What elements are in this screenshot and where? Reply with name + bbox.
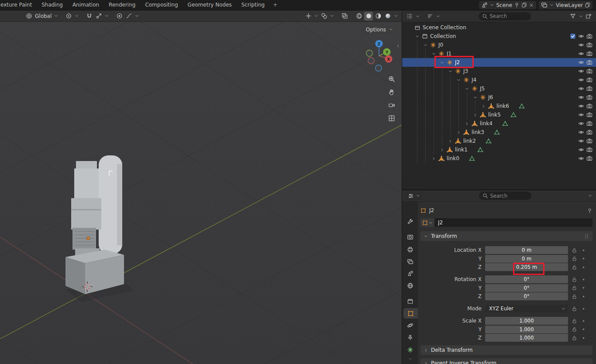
properties-tab-physics[interactable] (402, 320, 418, 331)
mesh-data-icon[interactable] (502, 120, 508, 127)
outliner-row-j5[interactable]: J5 (402, 84, 596, 93)
mesh-data-icon[interactable] (510, 112, 517, 118)
chevron-down-icon[interactable] (329, 12, 334, 21)
empty-icon[interactable] (462, 77, 470, 83)
outliner-editor-type-icon[interactable] (405, 12, 414, 21)
disable-render-camera-icon[interactable] (586, 147, 593, 153)
disable-render-camera-icon[interactable] (586, 42, 593, 48)
delta-transform-panel-header[interactable]: Delta Transform (420, 345, 593, 355)
lock-icon[interactable] (572, 306, 577, 312)
lock-icon[interactable] (572, 277, 577, 282)
properties-tab-collection[interactable] (402, 296, 418, 306)
pan-hand-button[interactable] (386, 86, 397, 98)
chevron-right-icon[interactable] (480, 104, 487, 109)
chevron-down-icon[interactable] (435, 12, 441, 21)
mesh-data-icon[interactable] (486, 138, 492, 144)
scale-y-field[interactable]: 1.000 (485, 326, 568, 333)
animate-dot[interactable] (581, 327, 586, 332)
lock-icon[interactable] (572, 326, 577, 332)
chevron-down-icon[interactable] (74, 12, 79, 21)
hide-viewport-eye-icon[interactable] (578, 59, 584, 65)
hide-viewport-eye-icon[interactable] (578, 68, 584, 74)
mesh-icon[interactable] (471, 120, 479, 127)
gizmo-axis-z[interactable]: Z (375, 40, 382, 47)
properties-options-chevron-icon[interactable] (587, 192, 593, 200)
lock-icon[interactable] (572, 247, 577, 253)
mesh-data-icon[interactable] (469, 155, 475, 161)
outliner-row-scene-collection[interactable]: Scene Collection (402, 23, 596, 32)
mesh-data-icon[interactable] (494, 129, 500, 135)
properties-tab-view-layer[interactable] (402, 256, 418, 267)
chevron-down-icon[interactable] (430, 52, 438, 56)
mesh-icon[interactable] (454, 138, 462, 144)
chevron-down-icon[interactable] (447, 69, 454, 74)
properties-search-input[interactable] (490, 193, 527, 199)
parent-inverse-transform-panel-header[interactable]: Parent Inverse Transform (420, 358, 593, 364)
outliner-row-j6[interactable]: J6 (402, 93, 596, 102)
show-gizmo-icon[interactable] (304, 12, 313, 21)
disable-render-camera-icon[interactable] (586, 138, 593, 144)
hide-viewport-eye-icon[interactable] (578, 103, 584, 109)
mesh-data-icon[interactable] (477, 147, 483, 153)
filter-icon[interactable] (568, 12, 577, 21)
hide-viewport-eye-icon[interactable] (578, 42, 584, 48)
snap-magnet-icon[interactable] (85, 12, 93, 21)
chevron-down-icon[interactable] (393, 12, 398, 21)
empty-icon[interactable] (454, 68, 462, 74)
animate-dot[interactable] (581, 265, 586, 270)
outliner-row-j0[interactable]: J0 (402, 41, 596, 49)
outliner-row-link3[interactable]: link3 (402, 128, 596, 137)
properties-tab-world[interactable] (402, 281, 418, 291)
camera-view-button[interactable] (386, 100, 397, 111)
gizmo-axis-x[interactable]: X (385, 55, 392, 62)
hide-viewport-eye-icon[interactable] (578, 155, 584, 161)
gizmo-axis-neg-y[interactable] (366, 50, 372, 56)
hide-viewport-eye-icon[interactable] (578, 138, 584, 144)
animate-dot[interactable] (581, 248, 586, 253)
chevron-down-icon[interactable] (53, 12, 59, 21)
chevron-down-icon[interactable] (438, 60, 446, 65)
mesh-icon[interactable] (438, 155, 445, 161)
disable-render-camera-icon[interactable] (586, 120, 593, 127)
show-overlays-icon[interactable] (320, 12, 328, 21)
chevron-down-icon[interactable] (104, 12, 109, 21)
hide-viewport-eye-icon[interactable] (578, 77, 584, 83)
proportional-falloff-icon[interactable] (124, 12, 133, 21)
outliner-row-link0[interactable]: link0 (402, 154, 596, 163)
properties-search[interactable] (479, 192, 531, 200)
object-origin-dot[interactable] (87, 237, 90, 240)
transform-orientation-icon[interactable] (24, 12, 33, 21)
animate-dot[interactable] (581, 319, 586, 323)
panel-drag-handle[interactable] (584, 234, 589, 239)
gizmo-axis-neg-x[interactable] (368, 58, 374, 64)
shading-wireframe-icon[interactable] (355, 12, 363, 21)
ortho-grid-button[interactable] (386, 113, 397, 124)
outliner-row-link4[interactable]: link4 (402, 119, 596, 128)
disable-render-camera-icon[interactable] (586, 68, 593, 74)
outliner-display-mode-icon[interactable] (426, 12, 434, 21)
outliner-row-link2[interactable]: link2 (402, 137, 596, 145)
location-z-field[interactable]: 0.205 m (485, 263, 568, 271)
chevron-right-icon[interactable] (472, 113, 479, 117)
disable-render-camera-icon[interactable] (586, 77, 593, 83)
lock-icon[interactable] (572, 285, 577, 291)
location-y-field[interactable]: 0 m (485, 255, 568, 263)
toggle-xray-icon[interactable] (340, 12, 349, 21)
disable-render-camera-icon[interactable] (586, 59, 593, 65)
mesh-icon[interactable] (487, 103, 495, 109)
empty-icon[interactable] (438, 51, 445, 57)
pivot-point-icon[interactable] (64, 12, 73, 21)
workspace-tab-shading[interactable]: Shading (37, 0, 68, 10)
chevron-right-icon[interactable] (430, 156, 438, 161)
disable-render-camera-icon[interactable] (586, 51, 593, 57)
chevron-right-icon[interactable] (438, 148, 446, 152)
scene-collection-icon[interactable] (413, 24, 421, 31)
new-scene-icon[interactable] (521, 2, 527, 8)
rotation-x-field[interactable]: 0° (485, 275, 568, 283)
chevron-down-icon[interactable] (472, 95, 479, 100)
workspace-tab-rendering[interactable]: Rendering (104, 0, 140, 10)
zoom-button[interactable] (386, 73, 397, 85)
chevron-down-icon[interactable] (455, 78, 462, 82)
new-collection-icon[interactable] (584, 12, 593, 21)
chevron-down-icon[interactable] (578, 12, 583, 21)
